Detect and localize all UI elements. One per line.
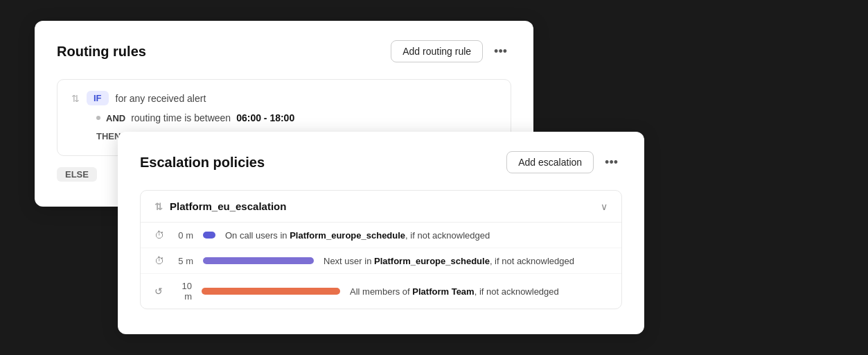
- add-escalation-button[interactable]: Add escalation: [506, 151, 594, 173]
- routing-more-button[interactable]: •••: [490, 42, 511, 62]
- escalation-policies-card: Escalation policies Add escalation ••• ⇅…: [118, 132, 644, 334]
- routing-title: Routing rules: [57, 44, 146, 60]
- escalation-item-header[interactable]: ⇅ Platform_eu_escalation ∨: [141, 191, 621, 223]
- step-bar: [203, 257, 314, 264]
- step-bar: [202, 288, 340, 295]
- else-badge: ELSE: [57, 167, 97, 182]
- clock-icon: ⏱: [154, 230, 164, 241]
- step-description: All members of Platform Team, if not ack…: [350, 286, 608, 297]
- add-routing-rule-button[interactable]: Add routing rule: [391, 40, 483, 62]
- escalation-drag-icon[interactable]: ⇅: [154, 201, 163, 212]
- step-bar: [203, 232, 215, 239]
- step-description: Next user in Platform_europe_schedule, i…: [324, 256, 608, 266]
- time-range: 06:00 - 18:00: [236, 112, 294, 123]
- step-bar-container: [202, 288, 340, 295]
- for-any-text: for any received alert: [116, 93, 206, 104]
- if-badge: IF: [87, 91, 109, 105]
- routing-condition-text: routing time is between: [131, 112, 231, 123]
- escalation-header: Escalation policies Add escalation •••: [140, 151, 622, 173]
- and-dot: [96, 116, 100, 120]
- step-time: 10 m: [172, 281, 192, 302]
- escalation-policy-name: Platform_eu_escalation: [170, 200, 286, 212]
- step-description: On call users in Platform_europe_schedul…: [225, 230, 608, 241]
- step-time: 0 m: [174, 230, 193, 241]
- if-row: ⇅ IF for any received alert: [71, 91, 497, 105]
- step-bar-container: [203, 257, 314, 264]
- drag-icon[interactable]: ⇅: [71, 93, 80, 104]
- escalation-title: Escalation policies: [140, 155, 265, 171]
- escalation-item-title: ⇅ Platform_eu_escalation: [154, 200, 286, 212]
- and-row: AND routing time is between 06:00 - 18:0…: [96, 112, 497, 123]
- step-time: 5 m: [174, 256, 193, 266]
- routing-header-actions: Add routing rule •••: [391, 40, 511, 62]
- history-icon: ↺: [154, 286, 163, 297]
- table-row: ⏱5 mNext user in Platform_europe_schedul…: [141, 248, 621, 274]
- clock-icon: ⏱: [154, 255, 164, 266]
- step-bar-container: [203, 232, 215, 239]
- table-row: ⏱0 mOn call users in Platform_europe_sch…: [141, 223, 621, 248]
- and-badge: AND: [106, 113, 125, 123]
- routing-header: Routing rules Add routing rule •••: [57, 40, 511, 62]
- table-row: ↺10 mAll members of Platform Team, if no…: [141, 274, 621, 309]
- chevron-down-icon[interactable]: ∨: [601, 201, 608, 212]
- escalation-list: ⇅ Platform_eu_escalation ∨ ⏱0 mOn call u…: [140, 190, 622, 309]
- escalation-header-actions: Add escalation •••: [506, 151, 622, 173]
- escalation-more-button[interactable]: •••: [601, 153, 622, 173]
